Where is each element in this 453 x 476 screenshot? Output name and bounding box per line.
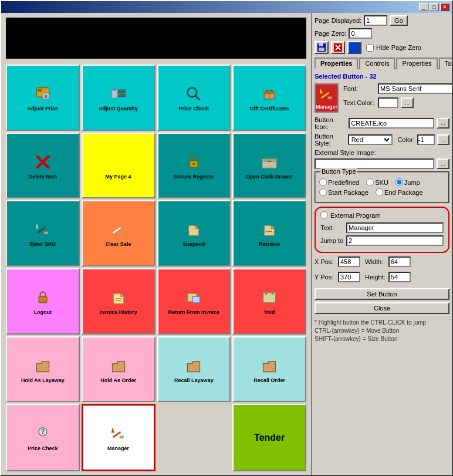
retrieve-label: Retrieve [259,241,280,248]
close-btn[interactable]: Close [315,302,449,314]
font-input[interactable] [378,83,452,94]
width-input[interactable] [388,256,411,267]
button-hold-as-order[interactable]: Hold As Order [82,336,155,403]
svg-rect-1 [38,89,42,92]
tab-controls[interactable]: Controls [359,58,395,69]
right-panel: Page Displayed: Go Page Zero: Hide Page [311,13,452,475]
svg-rect-41 [319,48,324,51]
adjust-quantity-icon [108,83,129,104]
pos-size-row-2: Y Pos: Height: [315,272,449,285]
radio-sku[interactable]: SKU [366,178,388,186]
button-return-from-invoice[interactable]: Return From Invoice [157,268,231,335]
button-empty [157,404,231,471]
button-enter-sku[interactable]: Enter SKU [6,200,80,266]
button-price-check-2[interactable]: ? Price Check [6,404,80,471]
svg-rect-33 [272,291,274,294]
save-toolbar-button[interactable] [315,41,329,54]
button-price-check-1[interactable]: Price Check [157,65,231,131]
height-row: Height: [365,272,411,282]
page-zero-input[interactable] [349,28,372,39]
radio-row-1: Predefined SKU Jump [319,178,445,186]
open-cash-drawer-label: Open Cash Drawer [246,174,293,180]
radio-predefined[interactable]: Predefined [319,178,359,186]
jump-to-input[interactable] [346,235,444,246]
external-style-label: External Style Image: [315,149,376,156]
text-field-row: Text: [320,222,444,233]
button-gift-certificates[interactable]: Gift Certificates [232,65,306,131]
button-my-page-4[interactable]: My Page 4 [82,133,155,199]
page-displayed-input[interactable] [364,15,387,26]
go-button[interactable]: Go [390,15,408,26]
radio-jump[interactable]: Jump [395,178,420,186]
color-input[interactable] [417,134,435,145]
hide-page-zero-checkbox[interactable] [366,44,374,52]
svg-rect-5 [113,87,116,90]
button-clear-sale[interactable]: Clear Sale [82,200,155,266]
jump-to-row: Jump to [320,235,444,246]
tab-tools[interactable]: Tools [439,58,452,69]
manager-preview-button[interactable]: Manager [315,83,339,113]
radio-external-program: External Program [320,211,444,219]
button-logout[interactable]: Logout [6,268,80,335]
text-color-browse-button[interactable]: ... [401,97,414,108]
text-color-row: Text Color: ... [343,97,452,108]
price-check-icon-2: ? [32,423,53,444]
gift-certificates-icon [259,83,280,104]
button-retrieve[interactable]: Retrieve [232,200,306,266]
maximize-button[interactable]: □ [430,3,439,11]
minimize-button[interactable]: _ [419,3,428,11]
button-delete-item[interactable]: Delete Item [6,133,80,199]
logout-icon [32,287,53,308]
page-displayed-row: Page Displayed: Go [315,15,449,26]
button-void[interactable]: Void [232,268,306,335]
external-program-section: External Program Text: Jump to [315,207,449,253]
pos-size-row: X Pos: Width: [315,256,449,269]
x-pos-input[interactable] [338,256,360,267]
button-tender[interactable]: Tender [232,404,306,471]
button-icon-browse-button[interactable]: ... [437,118,449,129]
button-hold-as-layaway[interactable]: Hold As Layaway [6,336,80,403]
button-style-select[interactable]: Red Blue Green Yellow [348,134,393,145]
return-from-invoice-icon [183,287,204,308]
button-recall-layaway[interactable]: Recall Layaway [157,336,231,403]
text-input[interactable] [346,222,444,233]
button-secure-register[interactable]: Secure Register [157,133,231,199]
button-adjust-quantity[interactable]: Adjust Quantity [82,65,155,131]
set-button[interactable]: Set Button [315,288,449,300]
font-color-section: Font: ... Text Color: ... [343,83,452,110]
cancel-toolbar-button[interactable] [331,41,345,54]
radio-start-package[interactable]: Start Package [319,188,369,196]
text-label: Text: [320,224,344,231]
button-manager[interactable]: Manager [82,404,155,471]
secure-register-icon [183,151,204,173]
button-suspend[interactable]: Suspend [157,200,231,266]
svg-rect-19 [268,161,272,162]
y-pos-label: Y Pos: [315,274,336,281]
height-input[interactable] [388,272,411,282]
close-button[interactable]: ✕ [440,3,449,11]
enter-sku-icon [32,219,53,240]
button-open-cash-drawer[interactable]: Open Cash Drawer [232,133,306,199]
color-browse-button[interactable]: ... [437,134,449,145]
radio-ext-input[interactable] [320,211,328,219]
color-label: Color: [397,136,414,143]
tab-properties2[interactable]: Properties [396,58,437,69]
x-pos-row: X Pos: [315,256,360,267]
svg-rect-4 [111,90,117,98]
button-recall-order[interactable]: Recall Order [232,336,306,403]
svg-point-16 [193,163,195,165]
button-icon-input[interactable] [349,118,434,129]
external-program-label: External Program [330,212,381,219]
external-style-browse-button[interactable]: ... [437,158,449,169]
radio-row-2: Start Package End Package [319,188,445,196]
button-invoice-history[interactable]: Invoice History [82,268,155,335]
width-label: Width: [365,258,386,265]
tab-properties[interactable]: Properties [315,58,358,69]
button-adjust-price[interactable]: $ Adjust Price [6,65,80,131]
my-page-4-icon [108,151,129,173]
x-pos-label: X Pos: [315,258,336,265]
recall-order-icon [259,355,280,376]
radio-end-package[interactable]: End Package [376,188,422,196]
price-check-label-2: Price Check [28,445,58,452]
y-pos-input[interactable] [338,272,360,282]
